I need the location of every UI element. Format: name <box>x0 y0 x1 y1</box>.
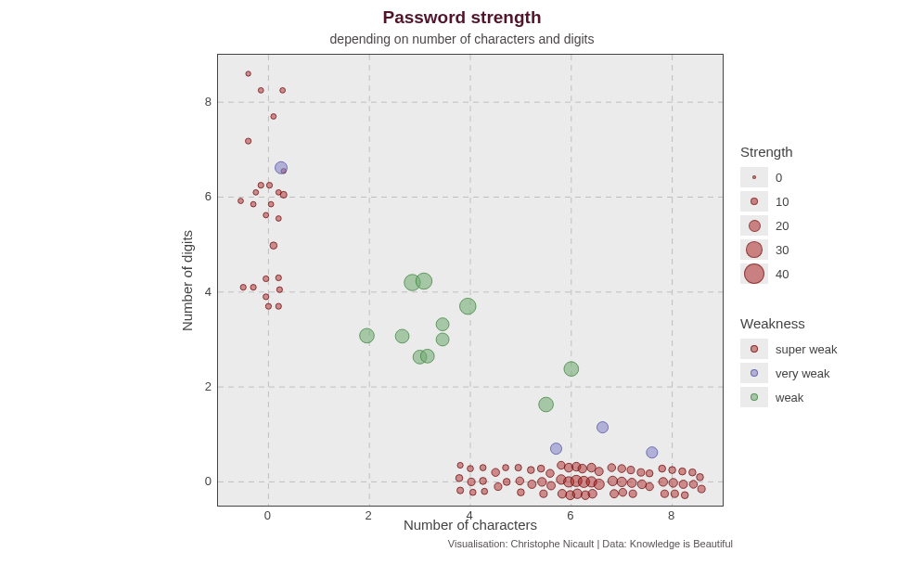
data-point <box>246 71 250 76</box>
data-point <box>597 422 608 433</box>
data-point <box>265 303 271 309</box>
data-point <box>646 469 653 477</box>
legend-color-dot <box>751 369 758 377</box>
data-point <box>246 138 251 144</box>
figure: Password strength depending on number of… <box>0 0 924 565</box>
data-point <box>689 481 698 489</box>
data-point <box>647 447 658 458</box>
data-point <box>263 212 269 218</box>
data-point <box>494 483 502 491</box>
data-point <box>659 478 667 486</box>
data-point <box>515 464 521 470</box>
data-point <box>276 216 281 222</box>
data-point <box>528 481 536 489</box>
data-point <box>492 469 500 476</box>
data-point <box>637 480 646 488</box>
data-point <box>539 397 554 412</box>
data-point <box>263 294 269 300</box>
data-point <box>270 242 277 250</box>
plot-svg <box>218 55 723 506</box>
data-point <box>457 487 464 494</box>
data-point <box>564 362 579 377</box>
data-point <box>595 468 603 476</box>
data-point <box>266 183 272 188</box>
data-point <box>481 488 488 494</box>
data-point <box>669 479 677 487</box>
legend-color-swatch <box>740 339 768 359</box>
legend-size: Strength 010203040 <box>740 144 907 286</box>
data-point <box>572 489 582 498</box>
data-point <box>617 477 626 486</box>
data-point <box>681 492 688 499</box>
legend-color-swatch <box>740 363 768 383</box>
data-point <box>263 276 269 281</box>
data-point <box>637 469 645 476</box>
data-point <box>276 275 281 280</box>
data-point <box>671 490 678 497</box>
legend-size-swatch <box>740 263 768 284</box>
data-point <box>679 481 687 489</box>
legend-color-title: Weakness <box>740 315 907 331</box>
legend-size-dot <box>749 220 761 232</box>
data-point <box>537 465 545 472</box>
data-point <box>480 465 486 471</box>
y-axis-label: Number of digits <box>178 54 197 507</box>
legend-size-row: 40 <box>740 262 907 286</box>
data-point <box>659 465 666 472</box>
data-point <box>698 485 705 493</box>
data-point <box>457 462 463 468</box>
legend-size-label: 20 <box>776 219 789 233</box>
data-point <box>546 469 555 478</box>
data-point <box>395 329 409 343</box>
data-point <box>469 489 476 495</box>
legend-color-swatch <box>740 387 768 407</box>
data-point <box>669 467 676 474</box>
data-point <box>253 189 259 195</box>
data-point <box>238 199 244 204</box>
data-point <box>460 298 477 315</box>
legend-color-row: super weak <box>740 337 907 361</box>
legend-size-swatch <box>740 191 768 212</box>
data-point <box>271 114 276 120</box>
data-point <box>547 482 556 490</box>
data-point <box>468 478 475 485</box>
data-point <box>250 285 256 290</box>
data-point <box>629 490 636 497</box>
data-point <box>594 479 604 489</box>
data-point <box>250 201 256 207</box>
legend-color-label: weak <box>776 391 803 404</box>
legend-size-dot <box>744 263 764 284</box>
legend-size-dot <box>746 241 763 258</box>
data-point <box>618 465 626 473</box>
legend-color-dot <box>751 345 758 353</box>
data-point <box>280 191 287 198</box>
data-point <box>360 328 375 343</box>
data-point <box>627 479 636 488</box>
data-point <box>276 161 288 173</box>
data-point <box>610 490 619 498</box>
data-point <box>503 465 509 471</box>
data-point <box>558 461 566 469</box>
y-tick-label: 4 <box>205 284 212 298</box>
legend-size-label: 30 <box>776 243 789 257</box>
legend-size-row: 30 <box>740 238 907 262</box>
data-point <box>456 475 463 482</box>
plot-panel <box>217 54 724 507</box>
legend-size-dot <box>752 175 756 179</box>
data-point <box>280 87 286 93</box>
data-point <box>516 477 524 485</box>
legend-size-title: Strength <box>740 144 907 160</box>
chart-subtitle: depending on number of characters and di… <box>0 32 924 46</box>
x-axis-label: Number of characters <box>217 517 724 533</box>
data-point <box>527 467 534 474</box>
data-point <box>578 464 586 472</box>
data-point <box>608 476 617 485</box>
data-point <box>689 469 697 476</box>
y-tick-label: 6 <box>205 189 212 203</box>
data-point <box>258 183 263 188</box>
y-tick-label: 2 <box>205 379 212 393</box>
legend-size-row: 0 <box>740 165 907 189</box>
data-point <box>588 490 597 498</box>
legend-size-swatch <box>740 215 768 236</box>
data-point <box>468 466 474 472</box>
